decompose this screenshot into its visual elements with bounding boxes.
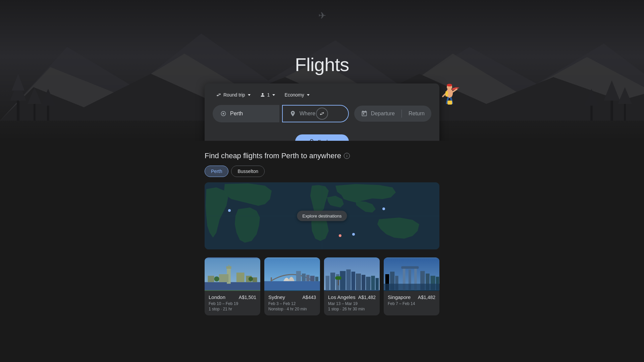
singapore-cityscape — [384, 257, 439, 291]
return-field[interactable]: Return — [402, 106, 431, 122]
svg-rect-63 — [376, 278, 379, 290]
london-stops: 1 stop · 21 hr — [209, 307, 256, 311]
svg-rect-57 — [346, 269, 351, 290]
class-button[interactable]: Economy — [281, 90, 313, 100]
trip-type-button[interactable]: Round trip — [213, 90, 254, 100]
la-city-row: Los Angeles A$1,482 — [328, 294, 376, 300]
main-content: Find cheap flights from Perth to anywher… — [0, 141, 644, 315]
svg-rect-53 — [326, 276, 329, 290]
london-dates: Feb 10 – Feb 19 — [209, 301, 256, 306]
search-options-row: Round trip 1 Economy — [213, 90, 431, 100]
swap-button[interactable] — [316, 108, 328, 120]
svg-rect-45 — [271, 277, 272, 281]
london-cityscape — [205, 257, 260, 291]
explore-button[interactable]: Explore — [295, 134, 349, 141]
class-chevron — [307, 94, 310, 96]
sydney-cityscape — [264, 257, 320, 291]
map-dot-sydney — [352, 233, 355, 236]
sydney-dates: Feb 3 – Feb 12 — [268, 301, 316, 306]
person-icon — [260, 92, 265, 98]
card-info-sydney: Sydney A$443 Feb 3 – Feb 12 Nonstop · 4 … — [264, 291, 320, 315]
info-icon[interactable]: i — [344, 153, 350, 159]
departure-field[interactable]: Departure — [354, 106, 401, 122]
svg-rect-56 — [340, 271, 345, 290]
calendar-icon — [361, 110, 368, 117]
map-tooltip: Explore destinations — [297, 211, 347, 221]
destination-cards: London A$1,501 Feb 10 – Feb 19 1 stop · … — [205, 257, 439, 315]
card-info-singapore: Singapore A$1,482 Feb 7 – Feb 14 — [384, 291, 439, 311]
passengers-label: 1 — [267, 92, 270, 98]
svg-rect-62 — [371, 276, 375, 290]
svg-rect-61 — [366, 277, 370, 290]
explore-button-label: Explore — [318, 139, 335, 141]
svg-marker-5 — [12, 74, 24, 90]
london-price: A$1,501 — [239, 295, 256, 300]
class-label: Economy — [284, 92, 304, 98]
destination-card-singapore[interactable]: Singapore A$1,482 Feb 7 – Feb 14 — [384, 257, 439, 315]
svg-rect-38 — [236, 273, 245, 282]
destination-card-london[interactable]: London A$1,501 Feb 10 – Feb 19 1 stop · … — [205, 257, 260, 315]
map-tooltip-text: Explore destinations — [302, 214, 341, 219]
passengers-chevron — [272, 94, 275, 96]
svg-point-26 — [223, 113, 224, 115]
svg-rect-3 — [17, 101, 19, 121]
explore-search-icon — [309, 138, 315, 141]
svg-rect-8 — [47, 106, 49, 121]
location-icon — [220, 110, 227, 117]
la-stops: 1 stop · 26 hr 30 min — [328, 307, 376, 311]
svg-rect-49 — [306, 275, 309, 281]
traveler-character — [436, 80, 463, 107]
svg-rect-48 — [302, 274, 306, 281]
svg-rect-50 — [310, 276, 315, 281]
svg-point-42 — [249, 277, 253, 281]
chip-busselton[interactable]: Busselton — [231, 166, 264, 177]
london-city-row: London A$1,501 — [209, 294, 256, 300]
passengers-button[interactable]: 1 — [257, 90, 279, 100]
svg-rect-37 — [208, 276, 214, 282]
map-container[interactable]: Explore destinations — [205, 182, 439, 249]
svg-rect-23 — [445, 91, 448, 97]
chip-busselton-label: Busselton — [237, 169, 258, 174]
svg-rect-14 — [590, 106, 593, 121]
search-location-icon — [289, 110, 296, 117]
chip-perth[interactable]: Perth — [205, 166, 228, 177]
sydney-city-name: Sydney — [268, 294, 285, 300]
chip-perth-label: Perth — [211, 169, 222, 174]
destination-card-sydney[interactable]: Sydney A$443 Feb 3 – Feb 12 Nonstop · 4 … — [264, 257, 320, 315]
section-header: Find cheap flights from Perth to anywher… — [205, 152, 439, 160]
svg-rect-10 — [610, 101, 613, 121]
card-image-london — [205, 257, 260, 291]
sg-city-name: Singapore — [388, 294, 411, 300]
destination-field[interactable]: Where to? — [282, 105, 349, 122]
svg-point-41 — [214, 277, 219, 282]
card-info-la: Los Angeles A$1,482 Mar 13 – Mar 19 1 st… — [324, 291, 380, 315]
swap-icon — [319, 111, 325, 116]
svg-rect-6 — [34, 104, 36, 121]
arrows-icon — [216, 92, 221, 98]
svg-rect-12 — [624, 104, 626, 121]
destination-card-la[interactable]: Los Angeles A$1,482 Mar 13 – Mar 19 1 st… — [324, 257, 380, 315]
airplane-icon: ✈ — [318, 10, 326, 21]
svg-rect-32 — [205, 282, 260, 290]
la-price: A$1,482 — [358, 295, 376, 300]
svg-point-18 — [447, 84, 452, 86]
page-title: Flights — [295, 54, 349, 75]
origin-field[interactable]: Perth — [213, 105, 279, 122]
search-container: Round trip 1 Economy — [205, 83, 439, 141]
sg-dates: Feb 7 – Feb 14 — [388, 301, 435, 306]
hero-section: ✈ — [0, 0, 644, 141]
filter-chips: Perth Busselton — [205, 166, 439, 177]
la-cityscape — [324, 257, 380, 291]
trip-type-chevron — [248, 94, 251, 96]
la-city-name: Los Angeles — [328, 294, 356, 300]
return-placeholder: Return — [409, 111, 425, 117]
svg-rect-71 — [401, 266, 419, 269]
svg-rect-47 — [296, 271, 301, 281]
svg-rect-59 — [356, 274, 361, 290]
card-image-la — [324, 257, 380, 291]
departure-placeholder: Departure — [371, 111, 395, 117]
svg-rect-44 — [264, 281, 320, 290]
sg-city-row: Singapore A$1,482 — [388, 294, 435, 300]
map-dot-asia — [382, 207, 385, 210]
svg-rect-60 — [362, 275, 365, 290]
